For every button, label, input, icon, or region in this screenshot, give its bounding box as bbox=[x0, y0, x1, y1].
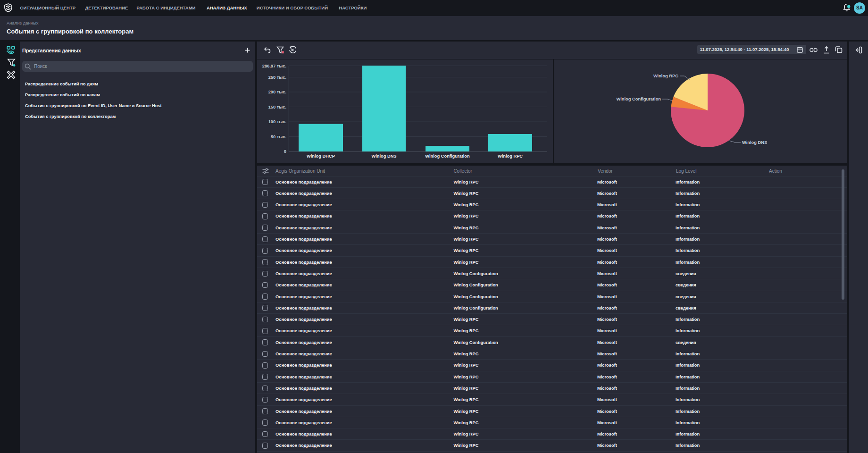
svg-text:100 тыс.: 100 тыс. bbox=[268, 119, 286, 124]
svg-text:50 тыс.: 50 тыс. bbox=[271, 134, 286, 139]
svg-text:Winlog DHCP: Winlog DHCP bbox=[307, 154, 335, 159]
svg-text:Winlog RPC: Winlog RPC bbox=[653, 74, 678, 78]
svg-text:286,87 тыс.: 286,87 тыс. bbox=[262, 64, 286, 68]
svg-text:Winlog DNS: Winlog DNS bbox=[742, 140, 767, 145]
svg-text:Winlog Configuration: Winlog Configuration bbox=[425, 154, 470, 159]
svg-text:Winlog DNS: Winlog DNS bbox=[371, 154, 396, 159]
svg-text:0: 0 bbox=[284, 149, 286, 154]
svg-text:150 тыс.: 150 тыс. bbox=[268, 105, 286, 109]
svg-text:200 тыс.: 200 тыс. bbox=[268, 90, 286, 94]
svg-text:Winlog RPC: Winlog RPC bbox=[498, 154, 523, 159]
svg-text:Winlog Configuration: Winlog Configuration bbox=[617, 97, 661, 101]
svg-text:250 тыс.: 250 тыс. bbox=[268, 75, 286, 80]
